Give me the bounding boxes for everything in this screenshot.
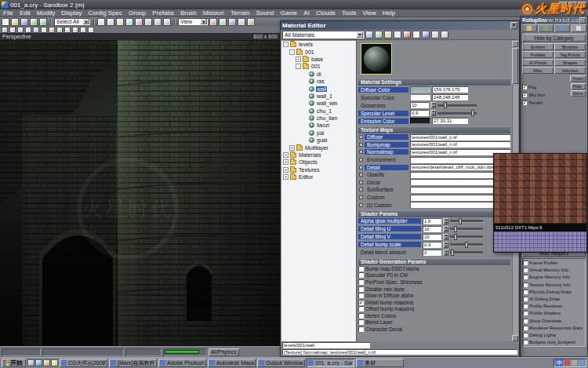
checkbox[interactable] bbox=[523, 261, 528, 265]
slider[interactable] bbox=[437, 104, 477, 107]
rotate-icon[interactable] bbox=[125, 18, 133, 26]
texture-preview-window[interactable]: 512x512 DXT1 Mips:9 bbox=[493, 153, 587, 253]
hide-button[interactable]: Hide bbox=[571, 83, 586, 89]
file-explorer-icon[interactable] bbox=[51, 359, 58, 366]
checkbox-row-virtual-memory-info[interactable]: Virtual Memory Info bbox=[523, 267, 585, 273]
help-tool-icon[interactable] bbox=[88, 27, 94, 33]
checkbox[interactable] bbox=[358, 319, 364, 325]
add-material-icon[interactable] bbox=[412, 31, 420, 38]
save-icon[interactable] bbox=[20, 18, 28, 26]
checkbox-row-vertex-colors[interactable]: Vertex Colors bbox=[358, 312, 510, 319]
expand-box-icon[interactable] bbox=[359, 135, 363, 139]
menu-edit[interactable]: Edit bbox=[16, 9, 34, 17]
selection-combo[interactable]: Select All bbox=[54, 18, 90, 25]
checkbox-row-frame-profiler[interactable]: Frame Profiler bbox=[523, 260, 585, 266]
menu-tools[interactable]: Tools bbox=[339, 9, 360, 17]
axis-y-icon[interactable] bbox=[219, 18, 227, 26]
color-value-field[interactable]: 159,176,179 bbox=[432, 86, 468, 93]
menu-ai[interactable]: AI bbox=[300, 9, 313, 17]
expand-box-icon[interactable] bbox=[359, 188, 363, 191]
material-editor-titlebar[interactable]: Material Editor × bbox=[281, 21, 519, 30]
tree-item-textures[interactable]: + Textures bbox=[281, 166, 356, 173]
checkbox-row-engine-memory-info[interactable]: Engine Memory Info bbox=[523, 274, 585, 280]
category-misc-button[interactable]: Misc bbox=[522, 67, 554, 74]
tree-item-pai[interactable]: pai bbox=[281, 129, 356, 137]
chevron-down-icon[interactable] bbox=[201, 19, 207, 24]
menu-clouds[interactable]: Clouds bbox=[313, 9, 339, 17]
tree-item-chu-lian[interactable]: chu_lian bbox=[281, 115, 356, 122]
section-header-shader-generation[interactable]: Shader Generation Params bbox=[358, 258, 510, 265]
preferences-icon[interactable] bbox=[80, 27, 86, 33]
open-folder-icon[interactable] bbox=[11, 18, 19, 26]
network-icon[interactable] bbox=[579, 360, 584, 366]
tree-item-wall-win[interactable]: wall_win bbox=[281, 100, 356, 107]
slider-thumb[interactable] bbox=[454, 234, 457, 240]
checkbox[interactable] bbox=[358, 286, 364, 292]
tree-expander[interactable]: + bbox=[283, 174, 289, 180]
media-player-icon[interactable] bbox=[43, 359, 50, 366]
taskbar-button-mars-视频教程[interactable]: [Mars]视频教程 bbox=[109, 359, 157, 367]
checkbox[interactable] bbox=[358, 326, 364, 332]
tree-expander[interactable]: - bbox=[283, 42, 289, 47]
value-field[interactable]: 0.9 bbox=[410, 110, 429, 116]
slider-thumb[interactable] bbox=[471, 110, 474, 116]
taskbar-button-001-a-cry-sandbo[interactable]: 001_a.cry - Sandbo... bbox=[307, 359, 354, 367]
copy-material-icon[interactable] bbox=[431, 31, 439, 38]
spinner[interactable] bbox=[443, 226, 448, 232]
menu-game[interactable]: Game bbox=[278, 9, 301, 17]
chevron-down-icon[interactable] bbox=[83, 19, 89, 24]
menu-display[interactable]: Display bbox=[58, 9, 85, 17]
tree-item-editor[interactable]: + Editor bbox=[281, 173, 356, 180]
checkbox[interactable] bbox=[523, 311, 528, 315]
expand-box-icon[interactable] bbox=[359, 158, 363, 162]
category-entities-button[interactable]: Entities bbox=[522, 43, 554, 50]
checkbox[interactable] bbox=[523, 304, 528, 308]
sound-icon[interactable] bbox=[56, 27, 63, 33]
checkbox[interactable] bbox=[523, 333, 528, 337]
slider[interactable] bbox=[450, 220, 483, 222]
display-tab[interactable] bbox=[571, 24, 586, 32]
tree-expander[interactable]: - bbox=[296, 64, 301, 69]
category-brushes-button[interactable]: Brushes bbox=[554, 43, 586, 50]
spinner[interactable] bbox=[443, 234, 448, 240]
slider-thumb[interactable] bbox=[465, 242, 468, 248]
value-field[interactable]: 1.5 bbox=[423, 218, 441, 224]
reset-material-icon[interactable] bbox=[375, 31, 383, 38]
chevron-down-icon[interactable] bbox=[357, 32, 363, 38]
color-swatch[interactable] bbox=[410, 86, 430, 93]
checkbox-row-physics-debug-draw[interactable]: Physics Debug Draw bbox=[523, 289, 585, 295]
checkbox[interactable] bbox=[523, 290, 528, 294]
tree-item-chu-1[interactable]: chu_1 bbox=[281, 107, 356, 115]
menu-prefabs[interactable]: Prefabs bbox=[149, 9, 177, 17]
spinner[interactable] bbox=[430, 102, 436, 108]
texture-path-field[interactable]: textures/001/wall_n.tif bbox=[410, 141, 510, 148]
value-field[interactable]: 16 bbox=[423, 226, 441, 232]
taskbar-button-output-window[interactable]: Output Window bbox=[257, 359, 305, 367]
tree-item-guai[interactable]: guai bbox=[281, 137, 356, 144]
checkbox[interactable] bbox=[523, 340, 528, 344]
checkbox-row-offset-bump-mapping[interactable]: Offset bump mapping bbox=[358, 306, 510, 313]
objects-tab[interactable] bbox=[521, 24, 537, 32]
script-icon[interactable] bbox=[64, 27, 71, 33]
checkbox-row-debug-lights[interactable]: Debug Lights bbox=[523, 332, 585, 338]
antivirus-icon[interactable] bbox=[564, 360, 570, 366]
expand-box-icon[interactable] bbox=[359, 173, 363, 177]
spinner[interactable] bbox=[443, 242, 448, 248]
checkbox-row-perpixel-spec-shininess[interactable]: PerPixel Spec. Shininess bbox=[358, 279, 510, 286]
taskbar-button-autodesk-maya-2008[interactable]: Autodesk Maya 2008 bbox=[208, 359, 256, 367]
slider-thumb[interactable] bbox=[444, 102, 447, 108]
checkbox-row-bump-map-dsdt-alpha[interactable]: Bump map DSDT/alpha bbox=[358, 265, 510, 272]
category-prefabs-button[interactable]: Prefabs bbox=[522, 51, 554, 58]
checkbox-row-character-decal[interactable]: Character Decal bbox=[358, 326, 510, 333]
checkbox[interactable] bbox=[523, 268, 528, 272]
tree-item-ras[interactable]: ras bbox=[281, 78, 356, 85]
camera-icon[interactable] bbox=[33, 27, 39, 33]
checkbox[interactable] bbox=[358, 293, 364, 298]
scrollbar-thumb[interactable] bbox=[512, 48, 518, 84]
category-shapes-button[interactable]: Shapes bbox=[554, 59, 586, 66]
slider[interactable] bbox=[450, 235, 483, 238]
tree-expander[interactable]: + bbox=[283, 159, 289, 165]
tree-expander[interactable]: - bbox=[289, 49, 295, 55]
checkbox-row-ai-debug-draw[interactable]: AI Debug Draw bbox=[523, 296, 585, 302]
menu-config-spec[interactable]: Config Spec bbox=[85, 9, 125, 17]
